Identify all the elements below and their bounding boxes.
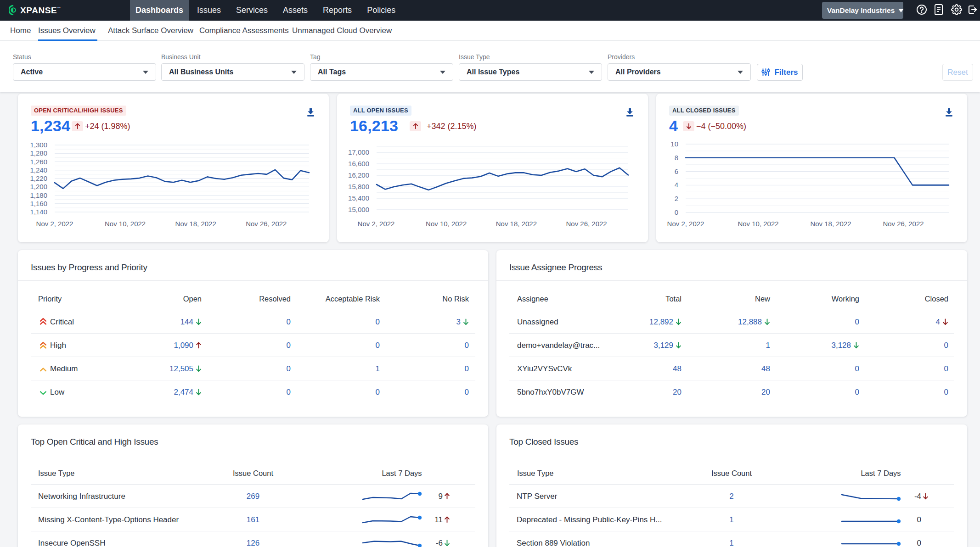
svg-text:Nov 18, 2022: Nov 18, 2022 [810, 220, 851, 228]
svg-text:15,400: 15,400 [348, 194, 369, 202]
svg-text:Nov 10, 2022: Nov 10, 2022 [426, 220, 467, 228]
svg-text:1,220: 1,220 [30, 174, 47, 182]
svg-text:15,000: 15,000 [348, 206, 369, 213]
svg-text:2: 2 [675, 195, 678, 202]
svg-text:1,140: 1,140 [30, 208, 47, 216]
svg-text:10: 10 [670, 140, 678, 148]
svg-text:1,160: 1,160 [30, 200, 47, 207]
svg-text:6: 6 [675, 167, 678, 175]
svg-text:4: 4 [675, 181, 678, 189]
svg-text:0: 0 [675, 208, 678, 216]
svg-text:16,200: 16,200 [348, 171, 369, 179]
svg-text:Nov 26, 2022: Nov 26, 2022 [566, 220, 607, 228]
svg-text:1,200: 1,200 [30, 183, 47, 190]
svg-text:1,180: 1,180 [30, 191, 47, 199]
svg-text:16,600: 16,600 [348, 160, 369, 167]
svg-text:Nov 10, 2022: Nov 10, 2022 [738, 220, 778, 228]
svg-text:15,800: 15,800 [348, 183, 369, 190]
svg-text:Nov 2, 2022: Nov 2, 2022 [358, 220, 395, 228]
svg-text:Nov 26, 2022: Nov 26, 2022 [883, 220, 924, 228]
svg-text:Nov 18, 2022: Nov 18, 2022 [496, 220, 537, 228]
svg-text:17,000: 17,000 [348, 148, 369, 156]
svg-text:1,280: 1,280 [30, 149, 47, 157]
svg-text:Nov 2, 2022: Nov 2, 2022 [36, 220, 73, 228]
svg-text:Nov 10, 2022: Nov 10, 2022 [105, 220, 146, 228]
svg-text:1,240: 1,240 [30, 166, 47, 174]
svg-text:Nov 26, 2022: Nov 26, 2022 [246, 220, 287, 228]
svg-text:Nov 2, 2022: Nov 2, 2022 [667, 220, 704, 228]
svg-text:Nov 18, 2022: Nov 18, 2022 [175, 220, 216, 228]
svg-text:1,260: 1,260 [30, 158, 47, 166]
svg-text:1,300: 1,300 [30, 141, 47, 149]
svg-text:8: 8 [675, 154, 678, 162]
